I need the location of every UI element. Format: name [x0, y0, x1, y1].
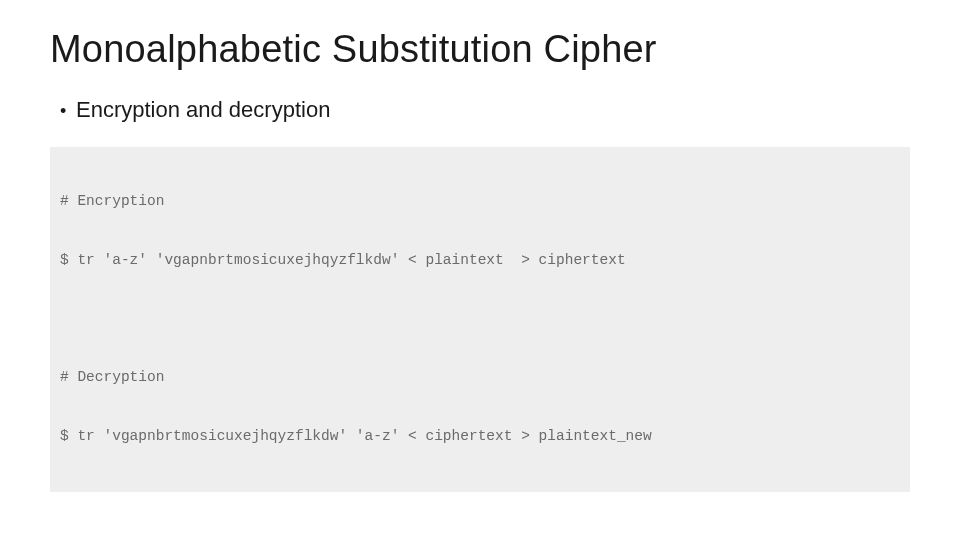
slide: Monoalphabetic Substitution Cipher • Enc…	[0, 0, 960, 540]
code-line: # Decryption	[60, 368, 900, 388]
code-line: $ tr 'vgapnbrtmosicuxejhqyzflkdw' 'a-z' …	[60, 427, 900, 447]
bullet-item: • Encryption and decryption	[60, 97, 910, 123]
code-block: # Encryption $ tr 'a-z' 'vgapnbrtmosicux…	[50, 147, 910, 492]
slide-title: Monoalphabetic Substitution Cipher	[50, 28, 910, 71]
code-line: $ tr 'a-z' 'vgapnbrtmosicuxejhqyzflkdw' …	[60, 251, 900, 271]
bullet-text: Encryption and decryption	[76, 97, 330, 123]
code-line: # Encryption	[60, 192, 900, 212]
bullet-dot-icon: •	[60, 100, 76, 122]
code-blank-line	[60, 310, 900, 330]
